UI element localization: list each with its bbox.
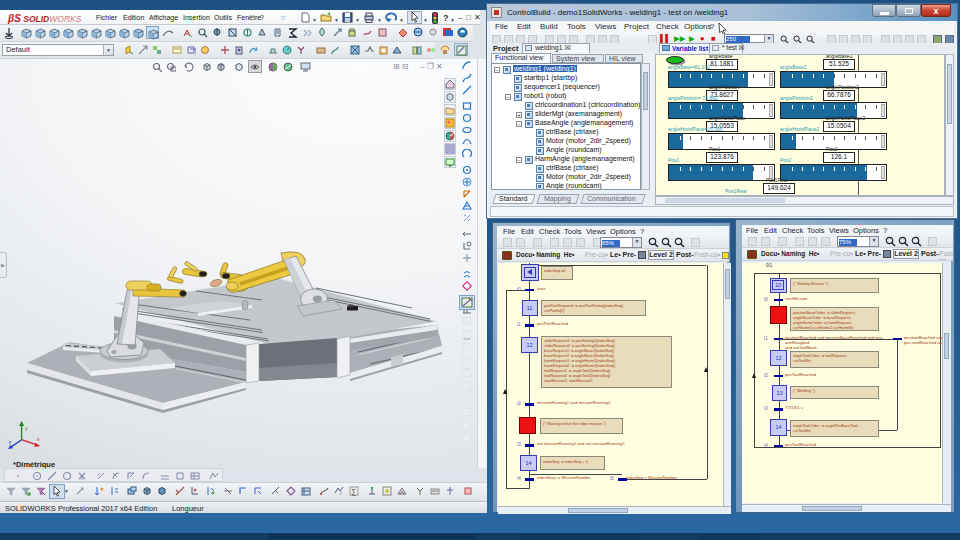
svg-text:√: √: [339, 490, 342, 496]
svg-text:∑: ∑: [351, 488, 356, 496]
